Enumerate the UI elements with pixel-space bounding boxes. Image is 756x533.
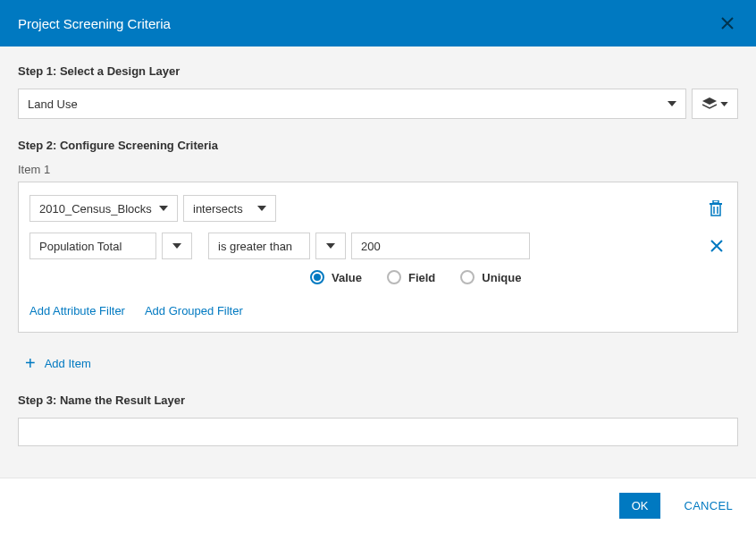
- trash-icon: [709, 200, 723, 216]
- spatial-operator-select[interactable]: intersects: [183, 195, 276, 222]
- step2-label: Step 2: Configure Screening Criteria: [18, 139, 738, 152]
- ok-button[interactable]: OK: [619, 493, 661, 519]
- step1-section: Step 1: Select a Design Layer Land Use: [18, 64, 738, 119]
- source-layer-value: 2010_Census_Blocks: [39, 202, 152, 216]
- chevron-down-icon: [172, 243, 181, 249]
- attribute-value-input[interactable]: [351, 233, 530, 259]
- attribute-filter-row: Population Total is greater than: [29, 233, 727, 259]
- criteria-panel: 2010_Census_Blocks intersects: [18, 182, 738, 333]
- attribute-field-select[interactable]: Population Total: [29, 233, 156, 259]
- dialog: Project Screening Criteria Step 1: Selec…: [0, 0, 756, 533]
- add-item-label: Add Item: [45, 357, 91, 370]
- dialog-title: Project Screening Criteria: [18, 16, 171, 31]
- result-layer-name-input[interactable]: [18, 418, 738, 446]
- attribute-field-value: Population Total: [39, 240, 122, 253]
- add-grouped-filter-button[interactable]: Add Grouped Filter: [145, 304, 243, 317]
- chevron-down-icon: [720, 102, 728, 106]
- step2-section: Step 2: Configure Screening Criteria Ite…: [18, 139, 738, 333]
- chevron-down-icon: [159, 206, 168, 211]
- layer-options-button[interactable]: [692, 89, 738, 119]
- item-1-label: Item 1: [18, 163, 738, 176]
- add-attribute-filter-button[interactable]: Add Attribute Filter: [29, 304, 125, 317]
- radio-field[interactable]: Field: [387, 270, 435, 284]
- attribute-field-dropdown[interactable]: [162, 233, 192, 259]
- chevron-down-icon: [326, 243, 335, 249]
- value-type-radio-group: Value Field Unique: [29, 270, 727, 284]
- dialog-body: Step 1: Select a Design Layer Land Use S…: [0, 47, 756, 478]
- close-icon: [710, 240, 723, 252]
- radio-field-label: Field: [408, 271, 435, 284]
- filter-links-row: Add Attribute Filter Add Grouped Filter: [29, 304, 727, 317]
- chevron-down-icon: [257, 206, 266, 211]
- design-layer-value: Land Use: [28, 97, 78, 111]
- attribute-operator-select[interactable]: is greater than: [208, 233, 310, 259]
- attribute-operator-value: is greater than: [218, 240, 292, 253]
- svg-rect-1: [713, 200, 718, 203]
- radio-unique[interactable]: Unique: [460, 270, 521, 284]
- dialog-header: Project Screening Criteria: [0, 0, 756, 47]
- layers-icon: [702, 97, 717, 110]
- remove-filter-button[interactable]: [707, 236, 727, 256]
- chevron-down-icon: [668, 101, 676, 106]
- design-layer-select[interactable]: Land Use: [18, 89, 686, 119]
- dialog-footer: OK CANCEL: [0, 478, 756, 533]
- radio-indicator: [460, 270, 475, 284]
- source-layer-select[interactable]: 2010_Census_Blocks: [29, 195, 178, 222]
- add-item-row: + Add Item: [18, 352, 738, 374]
- radio-unique-label: Unique: [482, 271, 521, 284]
- step3-label: Step 3: Name the Result Layer: [18, 393, 738, 407]
- delete-item-button[interactable]: [705, 197, 727, 220]
- radio-value-label: Value: [332, 271, 362, 284]
- close-button[interactable]: [717, 13, 738, 34]
- attribute-operator-dropdown[interactable]: [315, 233, 346, 259]
- close-icon: [720, 16, 735, 30]
- spatial-operator-value: intersects: [193, 202, 243, 216]
- plus-icon: +: [25, 354, 36, 372]
- radio-indicator: [310, 270, 324, 284]
- radio-indicator: [387, 270, 401, 284]
- cancel-button[interactable]: CANCEL: [684, 499, 733, 512]
- step3-section: Step 3: Name the Result Layer: [18, 393, 738, 446]
- step1-label: Step 1: Select a Design Layer: [18, 64, 738, 78]
- spatial-filter-row: 2010_Census_Blocks intersects: [29, 195, 727, 222]
- add-item-button[interactable]: + Add Item: [25, 354, 91, 372]
- radio-value[interactable]: Value: [310, 270, 362, 284]
